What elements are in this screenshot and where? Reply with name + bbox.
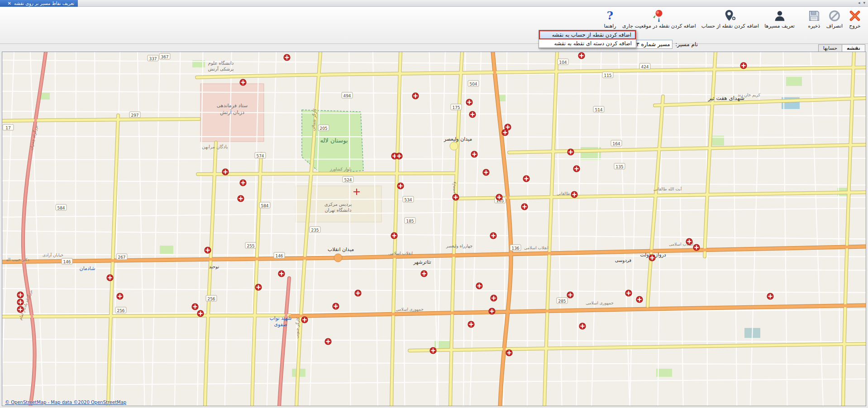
map-point-marker[interactable] [483, 169, 489, 176]
map-point-marker[interactable] [767, 293, 773, 299]
map-point-marker[interactable] [505, 124, 511, 130]
help-icon: ? [603, 9, 617, 23]
map-attribution[interactable]: © OpenStreetMap - Map data ©2020 OpenStr… [5, 400, 126, 405]
map-point-marker[interactable] [325, 338, 331, 345]
road-number-badge: 146 [274, 252, 285, 258]
svg-text:115: 115 [604, 73, 611, 78]
map-label: دانشگاه علوم [208, 61, 234, 66]
tab-accounts[interactable]: حسابها [818, 44, 842, 52]
svg-text:424: 424 [641, 65, 649, 69]
menu-item-2[interactable]: اضافه کردن دسته ای نقطه به نقشه [539, 39, 636, 47]
map-label: کریم خان زند [738, 93, 761, 98]
map-label: پزشکی آرتش [208, 66, 234, 72]
map-point-marker[interactable] [476, 283, 482, 289]
map-point-marker[interactable] [421, 270, 427, 277]
map-point-marker[interactable] [238, 195, 244, 202]
toolbar-button-add-point-current-location[interactable]: اضافه کردن نقطه در موقعیت جاری [620, 8, 699, 30]
dock-arrow-icons[interactable]: ◂ ▾ [858, 0, 866, 5]
map-point-marker[interactable] [649, 255, 655, 261]
map-viewport[interactable]: بوستان لالهستاد فرماندهیدزبان آرتشدانشگا… [2, 52, 866, 406]
map-point-marker[interactable] [240, 180, 246, 186]
map-point-marker[interactable] [573, 166, 580, 172]
map-point-marker[interactable] [17, 292, 24, 298]
map-point-marker[interactable] [693, 244, 700, 251]
add-point-current-location-icon [652, 9, 666, 23]
map-label: آیت الله طالقانی [653, 186, 682, 191]
map-point-marker[interactable] [453, 194, 459, 200]
titlebar: تعریف نقاط مسیر بر روی نقشه ✕ ◂ ▾ [0, 0, 868, 7]
map-canvas[interactable]: بوستان لالهستاد فرماندهیدزبان آرتشدانشگا… [2, 52, 866, 406]
map-point-marker[interactable] [17, 299, 24, 305]
map-point-marker[interactable] [625, 290, 632, 296]
map-point-marker[interactable] [471, 151, 477, 157]
map-point-marker[interactable] [117, 293, 123, 299]
toolbar-button-add-point-from-account[interactable]: اضافه کردن نقطه از حساب [699, 8, 762, 30]
road-number-badge: 367 [159, 53, 170, 59]
map-point-marker[interactable] [686, 238, 692, 245]
map-point-marker[interactable] [571, 191, 577, 198]
map-label: ولیعصر [451, 181, 456, 194]
road-number-badge: 164 [611, 140, 622, 146]
map-point-marker[interactable] [430, 347, 436, 354]
map-point-marker[interactable] [636, 296, 643, 303]
map-point-marker[interactable] [391, 232, 397, 239]
map-point-marker[interactable] [355, 290, 361, 296]
svg-text:185: 185 [406, 219, 414, 223]
map-point-marker[interactable] [521, 204, 528, 210]
tab-bar: نقشهحسابها [818, 44, 865, 52]
toolbar-button-define-routes[interactable]: تعریف مسیرها [762, 8, 797, 30]
svg-text:146: 146 [63, 260, 71, 264]
map-point-marker[interactable] [468, 321, 474, 327]
map-point-marker[interactable] [489, 308, 495, 314]
map-point-marker[interactable] [255, 284, 262, 290]
map-point-marker[interactable] [284, 54, 290, 61]
map-point-marker[interactable] [490, 232, 496, 239]
map-point-marker[interactable] [506, 350, 512, 356]
road-number-badge: 494 [342, 92, 353, 98]
map-point-marker[interactable] [579, 323, 586, 329]
tab-map[interactable]: نقشه [842, 44, 865, 52]
window-tab[interactable]: تعریف نقاط مسیر بر روی نقشه ✕ [0, 0, 78, 7]
road-number-badge: 205 [318, 125, 329, 131]
close-icon[interactable]: ✕ [8, 1, 11, 6]
map-point-marker[interactable] [568, 149, 574, 155]
svg-text:164: 164 [612, 142, 620, 146]
toolbar-button-label: تعریف مسیرها [764, 23, 795, 29]
map-point-marker[interactable] [197, 310, 204, 317]
menu-item-1[interactable]: اضافه کردن نقطه از حساب به نقشه [539, 30, 636, 39]
toolbar-button-label: ذخیره [808, 23, 820, 29]
map-point-marker[interactable] [491, 295, 497, 301]
map-label: جمهوری اسلامی [586, 301, 614, 305]
toolbar-button-label: راهنما [604, 23, 616, 29]
map-point-marker[interactable] [107, 275, 113, 281]
map-point-marker[interactable] [412, 93, 419, 99]
toolbar-button-exit[interactable]: خروج [845, 8, 864, 30]
map-point-marker[interactable] [740, 62, 747, 69]
map-point-marker[interactable] [578, 52, 585, 59]
map-label: انقلاب اسلامی [388, 251, 413, 256]
map-point-marker[interactable] [240, 79, 246, 85]
map-point-marker[interactable] [301, 317, 308, 323]
toolbar-button-cancel[interactable]: انصراف [824, 8, 845, 30]
svg-text:17: 17 [5, 126, 10, 130]
map-point-marker[interactable] [222, 169, 229, 175]
map-point-marker[interactable] [333, 303, 339, 309]
svg-text:205: 205 [320, 126, 327, 131]
toolbar-button-help[interactable]: ?راهنما [601, 8, 620, 30]
svg-text:524: 524 [344, 178, 352, 182]
map-point-marker[interactable] [278, 270, 285, 277]
map-point-marker[interactable] [466, 99, 472, 105]
map-point-marker[interactable] [396, 153, 402, 159]
toolbar-button-save[interactable]: ذخیره [805, 8, 824, 30]
map-point-marker[interactable] [469, 111, 476, 118]
map-point-marker[interactable] [192, 304, 198, 310]
map-point-marker[interactable] [205, 247, 211, 253]
toolbar-button-label: انصراف [826, 23, 843, 29]
map-point-marker[interactable] [567, 292, 573, 298]
map-point-marker[interactable] [496, 194, 502, 200]
map-point-marker[interactable] [397, 183, 404, 189]
map-label: جمهوری اسلامی [396, 307, 424, 312]
map-point-marker[interactable] [523, 176, 529, 182]
map-point-marker[interactable] [17, 306, 24, 313]
svg-text:267: 267 [118, 255, 125, 260]
